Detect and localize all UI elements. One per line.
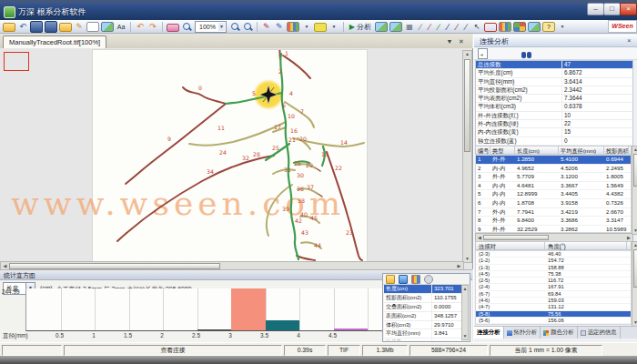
stats-row[interactable]: 交叠面积(cm2)0.0000 — [384, 303, 465, 312]
document-tab[interactable]: ManuallyTracedRoot.tif[100%] — [3, 35, 106, 49]
settings-gear-icon[interactable] — [424, 275, 433, 284]
palette-icon[interactable] — [287, 22, 299, 32]
summary-row[interactable]: 总连接数47 — [476, 61, 632, 69]
maximize-button[interactable]: □ — [603, 3, 621, 15]
stats-row[interactable]: 连接数47 — [384, 339, 465, 340]
stats-row[interactable]: 表面积(cm2)348.1257 — [384, 312, 465, 321]
tab-close-icon[interactable]: ✕ — [456, 36, 467, 46]
select-region-icon[interactable] — [484, 23, 497, 32]
angle-row[interactable]: (4-7)131.12 — [476, 304, 631, 310]
stats-row[interactable]: 投影面积(cm2)110.1755 — [384, 294, 465, 303]
zoom-in-icon[interactable] — [242, 22, 253, 32]
minimize-button[interactable]: – — [587, 3, 604, 15]
summary-row[interactable]: 外-外连接数(红)10 — [476, 112, 632, 120]
open-file-icon[interactable] — [3, 23, 15, 32]
save-all-icon[interactable] — [45, 21, 57, 33]
table-vertical-scrollbar[interactable]: ▲ ▼ — [632, 146, 637, 235]
panel-close-icon[interactable]: × — [627, 35, 632, 47]
histogram-bar[interactable] — [266, 320, 300, 330]
save-icon[interactable] — [30, 21, 43, 33]
help-icon[interactable]: ? — [542, 22, 555, 32]
color-dropdown-icon[interactable]: ▼ — [329, 22, 339, 32]
scrollbar-thumb[interactable] — [483, 235, 549, 240]
table-row[interactable]: 3外-外5.77093.12001.8005 — [476, 173, 631, 182]
gallery-icon[interactable] — [528, 22, 541, 32]
table-row[interactable]: 5内-内12.89993.44054.4382 — [476, 190, 631, 199]
pointer-icon[interactable]: ↖ — [471, 22, 482, 32]
scrollbar-thumb[interactable] — [464, 59, 470, 152]
find-icon[interactable] — [521, 50, 532, 60]
tab-topology-analysis[interactable]: 拓扑分析 — [504, 327, 541, 339]
line-tool5-icon[interactable]: ∕ — [453, 22, 460, 32]
angle-row[interactable]: (5-9)168.38 — [476, 324, 631, 325]
table-row[interactable]: 7外-内7.79413.42192.6670 — [476, 208, 631, 217]
zoom-out-icon[interactable] — [229, 22, 240, 32]
line-tool4-icon[interactable]: ∕ — [444, 22, 451, 32]
angle-row[interactable]: (4-5)75.38 — [476, 271, 631, 278]
export-report-icon[interactable] — [478, 48, 488, 59]
back-icon[interactable]: ↶ — [17, 22, 28, 32]
angles-vertical-scrollbar[interactable]: ▲ ▼ — [632, 241, 637, 327]
scroll-down-icon[interactable]: ▼ — [463, 256, 471, 262]
color-analysis-icon[interactable] — [513, 22, 526, 32]
save-stats-icon[interactable] — [399, 275, 408, 284]
summary-row[interactable]: 平均投影面积(cm2)2.3442 — [476, 86, 632, 95]
redo-icon[interactable]: ↷ — [147, 22, 158, 32]
line-tool2-icon[interactable]: ∕ — [426, 22, 433, 32]
table-row[interactable]: 9外-外32.25293.286210.5989 — [476, 226, 631, 233]
angle-row[interactable]: (1-2)154.72 — [476, 258, 631, 264]
angle-row[interactable]: (2-3)46.40 — [476, 251, 631, 258]
scroll-left-icon[interactable]: ◀ — [2, 263, 8, 269]
scroll-right-icon[interactable]: ▶ — [626, 235, 632, 241]
scroll-up-icon[interactable]: ▲ — [462, 286, 468, 292]
histogram-bar[interactable] — [231, 288, 266, 330]
color-swatch-icon[interactable] — [314, 23, 327, 32]
table-row[interactable]: 4内-内4.64813.36671.5649 — [476, 182, 631, 191]
help-dropdown-icon[interactable]: ▼ — [557, 22, 568, 32]
undo-icon[interactable]: ↶ — [135, 22, 146, 32]
angle-row[interactable]: (2-5)116.72 — [476, 278, 631, 284]
chart-icon[interactable] — [499, 22, 511, 32]
batch-icon[interactable] — [375, 22, 388, 32]
line-tool6-icon[interactable]: ∕ — [462, 22, 470, 32]
stats-scrollbar[interactable]: ▲ ▼ — [461, 285, 469, 340]
stats-row[interactable]: 体积(cm3)29.9710 — [384, 321, 465, 330]
line-tool-icon[interactable]: ∕ — [417, 22, 424, 32]
tab-list-dropdown-icon[interactable]: ▼ — [444, 36, 455, 46]
stats-row[interactable]: 长度(cm)323.701 — [384, 285, 465, 294]
summary-row[interactable]: 独立连接数(蓝)0 — [476, 137, 632, 146]
scroll-up-icon[interactable]: ▲ — [632, 147, 637, 153]
scroll-up-icon[interactable]: ▲ — [632, 242, 637, 248]
horizontal-scrollbar[interactable]: ◀ ▶ — [0, 261, 464, 269]
vertical-scrollbar[interactable]: ▲ ▼ — [462, 50, 472, 263]
image-viewer[interactable]: www.wseen.com — [0, 48, 473, 269]
line-tool3-icon[interactable]: ∕ — [435, 22, 442, 32]
export-page-icon[interactable] — [86, 22, 99, 32]
image-icon[interactable] — [101, 22, 114, 32]
close-button[interactable]: × — [620, 3, 637, 15]
table-row[interactable]: 6内-内1.87083.91580.7326 — [476, 199, 631, 208]
calendar-icon[interactable]: ▦ — [404, 22, 415, 32]
copy-icon[interactable] — [386, 275, 395, 284]
chart-icon[interactable] — [411, 275, 420, 284]
stats-row[interactable]: 平均直径(mm)3.841 — [384, 329, 465, 339]
text-tool-icon[interactable]: Aa — [116, 22, 126, 32]
summary-row[interactable]: 内-内连接数(黄)15 — [476, 128, 632, 136]
tab-selection-analysis[interactable]: 选定的信息 — [578, 327, 621, 339]
scrollbar-thumb[interactable] — [633, 154, 637, 187]
summary-row[interactable]: 外-内连接数(绿)22 — [476, 120, 632, 128]
scrollbar-thumb[interactable] — [9, 263, 220, 269]
scroll-right-icon[interactable]: ▶ — [456, 263, 462, 269]
table-row[interactable]: 1外-外1.28505.41000.6944 — [476, 156, 631, 165]
scroll-left-icon[interactable]: ◀ — [477, 235, 482, 241]
palette-dropdown-icon[interactable]: ▼ — [301, 22, 312, 32]
summary-row[interactable]: 平均表面积(cm2)7.3644 — [476, 95, 632, 103]
table-row[interactable]: 8外-外9.84003.36863.3147 — [476, 217, 631, 226]
open-folder-icon[interactable] — [59, 23, 72, 32]
tab-connection-analysis[interactable]: 连接分析 — [474, 327, 504, 339]
measure-pen-icon[interactable]: ✎ — [261, 22, 272, 32]
histogram-bar[interactable] — [334, 329, 369, 330]
scroll-down-icon[interactable]: ▼ — [462, 333, 468, 339]
angle-row[interactable]: (2-4)167.91 — [476, 284, 631, 290]
table-row[interactable]: 2内-内4.96524.52062.2495 — [476, 165, 631, 174]
